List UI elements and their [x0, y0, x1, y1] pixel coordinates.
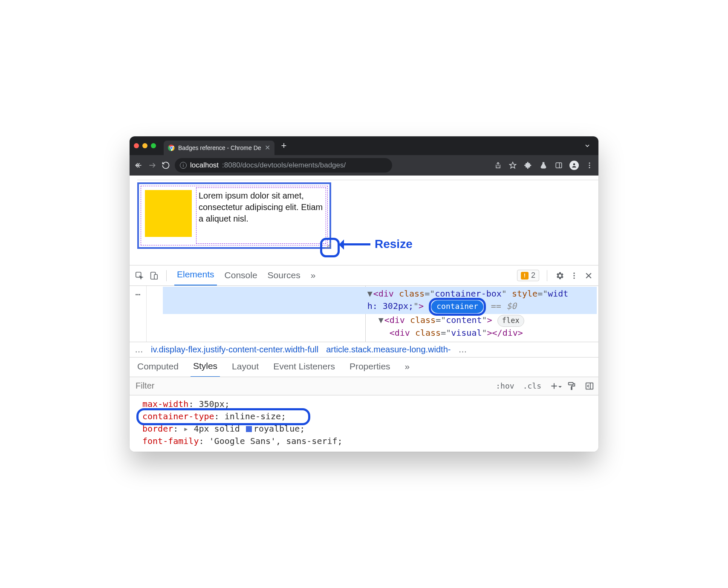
tab-computed[interactable]: Computed: [135, 357, 181, 377]
crumb-overflow-left[interactable]: …: [135, 345, 143, 355]
svg-marker-6: [510, 162, 516, 168]
close-devtools-icon[interactable]: [584, 271, 593, 280]
browser-tab[interactable]: Badges reference - Chrome De ✕: [164, 141, 274, 155]
svg-point-11: [589, 165, 590, 166]
dom-tree-panel: ⋯ ▼<div class="container-box" style="wid…: [130, 285, 598, 342]
css-rules-panel[interactable]: max-width: 350px; container-type: inline…: [130, 395, 598, 452]
share-icon[interactable]: [493, 161, 502, 170]
url-host: localhost: [190, 161, 219, 170]
forward-button[interactable]: [147, 161, 157, 170]
inspect-element-icon[interactable]: [135, 271, 144, 280]
svg-point-18: [573, 277, 575, 279]
container-box-element[interactable]: Lorem ipsum dolor sit amet, consectetur …: [137, 182, 331, 249]
issues-count: 2: [531, 271, 535, 280]
styles-filter-input[interactable]: [130, 381, 491, 391]
css-line-container-type[interactable]: container-type: inline-size;: [142, 410, 592, 423]
window-controls[interactable]: [134, 143, 156, 148]
warning-icon: !: [521, 272, 529, 280]
lorem-text: Lorem ipsum dolor sit amet, consectetur …: [199, 190, 324, 241]
tab-title: Badges reference - Chrome De: [178, 144, 261, 151]
svg-rect-15: [154, 274, 157, 279]
dom-gutter: ⋯: [130, 286, 147, 342]
new-tab-button[interactable]: +: [278, 140, 290, 151]
extensions-icon[interactable]: [523, 161, 533, 170]
toggle-sidebar-icon[interactable]: [581, 381, 598, 391]
svg-point-9: [573, 163, 575, 165]
tab-elements[interactable]: Elements: [174, 265, 217, 286]
svg-point-16: [573, 272, 575, 274]
back-button[interactable]: [134, 161, 143, 170]
settings-icon[interactable]: [555, 271, 564, 280]
close-window-icon[interactable]: [134, 143, 139, 148]
tab-strip: Badges reference - Chrome De ✕ +: [130, 136, 598, 155]
labs-icon[interactable]: [539, 161, 548, 170]
bookmark-icon[interactable]: [508, 161, 517, 170]
profile-avatar[interactable]: [569, 161, 579, 170]
css-line-max-width[interactable]: max-width: 350px;: [142, 398, 592, 410]
devtools-toolbar: Elements Console Sources » ! 2: [130, 265, 598, 285]
tabs-overflow[interactable]: »: [308, 266, 318, 285]
minimize-window-icon[interactable]: [142, 143, 147, 148]
css-line-font-family[interactable]: font-family: 'Google Sans', sans-serif;: [142, 435, 592, 447]
tab-console[interactable]: Console: [222, 266, 260, 285]
dom-row-selected[interactable]: ▼<div class="container-box" style="widt …: [163, 287, 597, 314]
tab-event-listeners[interactable]: Event Listeners: [271, 357, 338, 377]
reload-button[interactable]: [161, 161, 170, 170]
container-badge[interactable]: container: [431, 300, 483, 313]
arrow-icon: [341, 243, 370, 245]
tab-properties[interactable]: Properties: [347, 357, 393, 377]
styles-subtabs: Computed Styles Layout Event Listeners P…: [130, 357, 598, 377]
svg-point-12: [589, 167, 590, 168]
svg-point-17: [573, 275, 575, 276]
paint-format-icon[interactable]: [563, 381, 581, 391]
chrome-icon: [168, 144, 175, 151]
svg-rect-7: [556, 163, 562, 168]
address-bar[interactable]: i localhost:8080/docs/devtools/elements/…: [175, 158, 392, 173]
svg-point-2: [170, 147, 172, 149]
more-menu-icon[interactable]: [569, 271, 579, 280]
resize-handle[interactable]: [325, 243, 331, 249]
dom-row-visual[interactable]: <div class="visual"></div>: [367, 327, 597, 339]
site-info-icon[interactable]: i: [180, 162, 187, 169]
kebab-menu-icon[interactable]: [585, 161, 594, 170]
dom-right[interactable]: ▼<div class="container-box" style="widt …: [366, 286, 598, 342]
crumb-overflow-right[interactable]: …: [458, 345, 467, 355]
tabs-dropdown-icon[interactable]: [581, 142, 594, 149]
browser-toolbar: i localhost:8080/docs/devtools/elements/…: [130, 155, 598, 176]
eq-dollar-zero: ==: [491, 301, 506, 311]
svg-rect-24: [571, 387, 572, 390]
side-panel-icon[interactable]: [554, 161, 563, 170]
page-viewport: Lorem ipsum dolor sit amet, consectetur …: [130, 176, 598, 265]
crumb-right[interactable]: article.stack.measure-long.width-: [326, 345, 451, 355]
yellow-square: [145, 190, 192, 237]
annotation-label: Resize: [375, 237, 413, 251]
tab-close-icon[interactable]: ✕: [265, 144, 270, 151]
svg-rect-23: [569, 383, 573, 385]
styles-tabs-overflow[interactable]: »: [402, 357, 413, 377]
cls-toggle[interactable]: .cls: [519, 381, 546, 390]
dom-breadcrumbs[interactable]: … iv.display-flex.justify-content-center…: [130, 342, 598, 357]
new-style-rule-button[interactable]: [546, 382, 563, 390]
device-toggle-icon[interactable]: [149, 271, 159, 280]
styles-toolbar: :hov .cls: [130, 377, 598, 395]
hov-toggle[interactable]: :hov: [491, 381, 518, 390]
browser-window: Badges reference - Chrome De ✕ + i local…: [130, 136, 598, 452]
svg-point-10: [589, 162, 590, 164]
tab-layout[interactable]: Layout: [229, 357, 261, 377]
tab-styles[interactable]: Styles: [191, 357, 220, 378]
issues-badge[interactable]: ! 2: [517, 270, 539, 281]
maximize-window-icon[interactable]: [151, 143, 156, 148]
tab-sources[interactable]: Sources: [265, 266, 303, 285]
annotation-arrow: Resize: [341, 237, 413, 251]
flex-badge[interactable]: flex: [497, 315, 524, 327]
url-path: :8080/docs/devtools/elements/badges/: [222, 161, 346, 170]
css-line-border[interactable]: border: ▸ 4px solid royalblue;: [142, 423, 592, 435]
color-swatch-icon[interactable]: [246, 426, 252, 432]
crumb-left[interactable]: iv.display-flex.justify-content-center.w…: [151, 345, 318, 355]
dom-row-content[interactable]: ▼<div class="content"> flex: [367, 314, 597, 327]
